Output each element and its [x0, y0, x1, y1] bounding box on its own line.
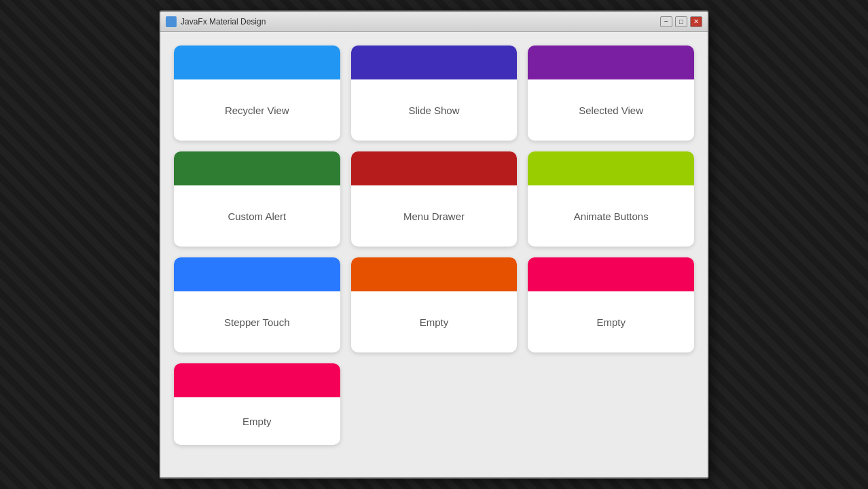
- card-label-stepper-touch: Stepper Touch: [224, 316, 289, 328]
- main-window: JavaFx Material Design − □ ✕ Recycler Vi…: [159, 10, 709, 479]
- card-body-stepper-touch: Stepper Touch: [174, 291, 340, 352]
- card-animate-buttons[interactable]: Animate Buttons: [528, 151, 694, 247]
- window-title: JavaFx Material Design: [181, 17, 660, 26]
- card-header-custom-alert: [174, 151, 340, 185]
- card-label-empty-1: Empty: [420, 316, 449, 328]
- card-body-empty-2: Empty: [528, 291, 694, 352]
- card-label-custom-alert: Custom Alert: [228, 211, 286, 222]
- card-recycler-view[interactable]: Recycler View: [174, 46, 340, 141]
- card-header-empty-1: [351, 257, 518, 291]
- card-empty-1[interactable]: Empty: [351, 257, 518, 352]
- card-label-animate-buttons: Animate Buttons: [574, 211, 649, 222]
- close-button[interactable]: ✕: [690, 16, 702, 27]
- card-slide-show[interactable]: Slide Show: [351, 46, 518, 141]
- card-body-selected-view: Selected View: [528, 79, 694, 141]
- card-body-empty-1: Empty: [351, 291, 518, 352]
- card-selected-view[interactable]: Selected View: [528, 46, 694, 141]
- card-empty-2[interactable]: Empty: [528, 257, 694, 352]
- card-header-recycler-view: [174, 46, 340, 79]
- scroll-area[interactable]: Recycler ViewSlide ShowSelected ViewCust…: [160, 32, 708, 477]
- card-body-menu-drawer: Menu Drawer: [351, 185, 518, 247]
- card-header-selected-view: [528, 46, 694, 79]
- app-icon: [166, 16, 177, 27]
- title-bar: JavaFx Material Design − □ ✕: [160, 12, 708, 32]
- card-label-empty-3: Empty: [242, 416, 272, 427]
- card-header-animate-buttons: [528, 151, 694, 185]
- card-header-empty-3: [174, 363, 340, 397]
- card-body-custom-alert: Custom Alert: [174, 185, 340, 247]
- card-body-animate-buttons: Animate Buttons: [528, 185, 694, 247]
- card-label-selected-view: Selected View: [579, 105, 643, 116]
- card-label-slide-show: Slide Show: [408, 105, 459, 116]
- card-label-empty-2: Empty: [596, 316, 626, 328]
- card-header-menu-drawer: [351, 151, 518, 185]
- window-content: Recycler ViewSlide ShowSelected ViewCust…: [160, 32, 708, 477]
- card-header-stepper-touch: [174, 257, 340, 291]
- maximize-button[interactable]: □: [675, 16, 687, 27]
- card-header-slide-show: [351, 46, 518, 79]
- card-grid: Recycler ViewSlide ShowSelected ViewCust…: [174, 46, 694, 445]
- card-stepper-touch[interactable]: Stepper Touch: [174, 257, 340, 352]
- card-body-empty-3: Empty: [174, 397, 340, 445]
- card-body-recycler-view: Recycler View: [174, 79, 340, 141]
- card-header-empty-2: [528, 257, 694, 291]
- card-custom-alert[interactable]: Custom Alert: [174, 151, 340, 247]
- minimize-button[interactable]: −: [660, 16, 672, 27]
- card-empty-3[interactable]: Empty: [174, 363, 340, 445]
- card-label-menu-drawer: Menu Drawer: [403, 211, 465, 222]
- card-body-slide-show: Slide Show: [351, 79, 518, 141]
- window-controls: − □ ✕: [660, 16, 702, 27]
- card-menu-drawer[interactable]: Menu Drawer: [351, 151, 518, 247]
- card-label-recycler-view: Recycler View: [225, 105, 289, 116]
